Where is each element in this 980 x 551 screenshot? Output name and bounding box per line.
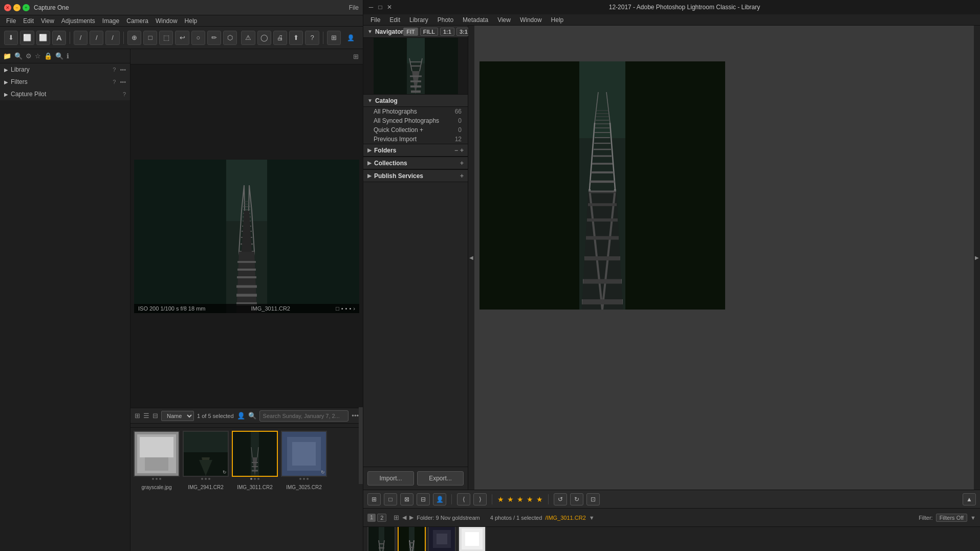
co-thumb-4[interactable]: ↻ IMG_3025.CR2 bbox=[281, 431, 327, 481]
lr-star4[interactable]: ★ bbox=[527, 495, 533, 503]
co-menu-adjustments[interactable]: Adjustments bbox=[58, 16, 98, 26]
lr-1to1-btn[interactable]: 1:1 bbox=[440, 28, 454, 36]
lr-filmstrip-thumb2[interactable] bbox=[398, 527, 426, 551]
co-filters-dots[interactable]: ••• bbox=[120, 79, 126, 85]
lr-star1[interactable]: ★ bbox=[497, 495, 504, 503]
co-circle2-btn[interactable]: ◯ bbox=[257, 31, 271, 45]
co-filmstrip-grid-icon[interactable]: ⊞ bbox=[135, 412, 140, 420]
lr-filename-link[interactable]: /IMG_3011.CR2 bbox=[545, 515, 585, 521]
co-filters-q[interactable]: ? bbox=[113, 79, 116, 85]
co-pen2-btn[interactable]: / bbox=[105, 31, 119, 45]
lr-filmstrip-thumb3[interactable] bbox=[428, 527, 456, 551]
co-min-btn[interactable]: − bbox=[13, 4, 20, 11]
co-thumb-3[interactable]: IMG_3011.CR2 bbox=[232, 431, 278, 481]
co-sort-select[interactable]: Name bbox=[161, 411, 194, 421]
co-sidebar-filters[interactable]: ▶ Filters ? ••• bbox=[0, 76, 130, 88]
lr-next-btn[interactable]: ⟩ bbox=[473, 493, 487, 505]
co-library-dots[interactable]: ••• bbox=[120, 67, 126, 73]
lr-compare-view-btn[interactable]: ⊠ bbox=[400, 493, 413, 505]
co-circle-btn[interactable]: ○ bbox=[191, 31, 205, 45]
lr-menu-library[interactable]: Library bbox=[405, 15, 432, 25]
co-sidebar-capturepilot[interactable]: ▶ Capture Pilot ? bbox=[0, 88, 130, 100]
lr-next-folder-btn[interactable]: ▶ bbox=[409, 514, 413, 521]
co-pen-btn[interactable]: / bbox=[90, 31, 103, 45]
co-select3-btn[interactable]: ⬚ bbox=[159, 31, 173, 45]
lr-grid-view-btn[interactable]: ⊞ bbox=[367, 493, 381, 505]
lr-publish-header[interactable]: ▶ Publish Services + bbox=[363, 170, 468, 182]
lr-grid-icon[interactable]: ⊞ bbox=[394, 514, 399, 521]
co-import-btn[interactable]: ⬇ bbox=[4, 31, 18, 45]
co-thumb-1[interactable]: grayscale.jpg bbox=[134, 431, 180, 481]
lr-survey-view-btn[interactable]: ⊟ bbox=[417, 493, 430, 505]
co-heal-btn[interactable]: ✏ bbox=[207, 31, 221, 45]
co-sidebar-library[interactable]: ▶ Library ? ••• bbox=[0, 63, 130, 76]
co-select2-btn[interactable]: □ bbox=[143, 31, 157, 45]
lr-menu-metadata[interactable]: Metadata bbox=[459, 15, 492, 25]
lr-star2[interactable]: ★ bbox=[507, 495, 514, 503]
co-sidebar-star-icon[interactable]: ☆ bbox=[35, 52, 41, 60]
lr-catalog-previmport[interactable]: Previous Import 12 bbox=[363, 135, 468, 144]
co-sidebar-search-icon[interactable]: 🔍 bbox=[14, 52, 23, 60]
co-grid-view-btn[interactable]: ⊞ bbox=[353, 53, 359, 60]
co-sidebar-search2-icon[interactable]: 🔍 bbox=[55, 52, 63, 60]
co-brush-btn[interactable]: / bbox=[74, 31, 88, 45]
co-menu-file[interactable]: File bbox=[3, 16, 19, 26]
lr-rotate-left-btn[interactable]: ↺ bbox=[554, 493, 567, 505]
lr-menu-edit[interactable]: Edit bbox=[385, 15, 404, 25]
co-vert-scroll[interactable] bbox=[359, 407, 363, 484]
co-menu-window[interactable]: Window bbox=[153, 16, 181, 26]
lr-filename-dropdown[interactable]: ▼ bbox=[589, 515, 595, 521]
lr-max-btn[interactable]: □ bbox=[377, 4, 384, 11]
co-scroll-bar[interactable] bbox=[130, 424, 363, 428]
lr-crop-btn[interactable]: ⊡ bbox=[586, 493, 600, 505]
co-menu-help[interactable]: Help bbox=[182, 16, 201, 26]
lr-folders-header[interactable]: ▶ Folders − + bbox=[363, 144, 468, 157]
co-capture2-btn[interactable]: ⬜ bbox=[36, 31, 50, 45]
co-clone-btn[interactable]: ⬡ bbox=[223, 31, 237, 45]
lr-filmstrip-thumb4[interactable] bbox=[458, 527, 486, 551]
co-thumb-3-img[interactable] bbox=[232, 431, 278, 477]
lr-filmstrip-thumb1[interactable] bbox=[367, 527, 396, 551]
co-text-btn[interactable]: A bbox=[52, 31, 66, 45]
co-rotate-btn[interactable]: ↩ bbox=[175, 31, 189, 45]
lr-publish-plus[interactable]: + bbox=[460, 172, 464, 180]
co-warn-btn[interactable]: ⚠ bbox=[241, 31, 255, 45]
co-thumb-1-img[interactable] bbox=[134, 431, 180, 477]
co-capturepilot-q[interactable]: ? bbox=[123, 91, 126, 97]
lr-import-btn[interactable]: Import... bbox=[367, 471, 414, 486]
co-capture-btn[interactable]: ⬜ bbox=[20, 31, 34, 45]
lr-catalog-allphotos[interactable]: All Photographs 66 bbox=[363, 107, 468, 116]
lr-folders-minus[interactable]: − bbox=[454, 147, 458, 154]
co-menu-view[interactable]: View bbox=[38, 16, 57, 26]
lr-right-collapse-btn[interactable]: ▶ bbox=[974, 26, 980, 490]
co-thumb-2[interactable]: ↻ IMG_2941.CR2 bbox=[183, 431, 229, 481]
co-sidebar-folder-icon[interactable]: 📁 bbox=[3, 52, 11, 60]
co-filmstrip-cols-icon[interactable]: ⊟ bbox=[153, 412, 158, 420]
lr-page1-btn[interactable]: 1 bbox=[367, 514, 376, 522]
lr-filter-dropdown[interactable]: ▼ bbox=[970, 515, 976, 521]
lr-page2-btn[interactable]: 2 bbox=[377, 514, 386, 522]
lr-fill-btn[interactable]: FILL bbox=[420, 28, 438, 36]
lr-collections-plus[interactable]: + bbox=[460, 160, 464, 167]
lr-star3[interactable]: ★ bbox=[517, 495, 524, 503]
lr-menu-window[interactable]: Window bbox=[516, 15, 546, 25]
co-sidebar-info-icon[interactable]: ℹ bbox=[67, 52, 69, 60]
lr-folders-plus[interactable]: + bbox=[460, 147, 464, 154]
lr-filter-value[interactable]: Filters Off bbox=[936, 514, 967, 522]
co-help-btn[interactable]: ? bbox=[305, 31, 319, 45]
lr-prev-btn[interactable]: ⟨ bbox=[457, 493, 470, 505]
co-library-q[interactable]: ? bbox=[113, 67, 116, 73]
co-filmstrip-list-icon[interactable]: ☰ bbox=[143, 412, 149, 420]
lr-left-collapse-btn[interactable]: ◀ bbox=[468, 26, 474, 490]
lr-menu-view[interactable]: View bbox=[493, 15, 515, 25]
co-sidebar-settings-icon[interactable]: ⚙ bbox=[26, 52, 32, 60]
co-view-grid-btn[interactable]: ⊞ bbox=[327, 31, 341, 45]
co-select-btn[interactable]: ⊕ bbox=[127, 31, 141, 45]
lr-filmstrip-toggle[interactable]: ▲ bbox=[963, 493, 976, 505]
co-sidebar-lock-icon[interactable]: 🔒 bbox=[44, 52, 52, 60]
lr-fit-btn[interactable]: FIT bbox=[403, 28, 418, 36]
lr-menu-photo[interactable]: Photo bbox=[433, 15, 458, 25]
co-thumb-4-img[interactable]: ↻ bbox=[281, 431, 327, 477]
lr-menu-file[interactable]: File bbox=[366, 15, 384, 25]
lr-catalog-quickcollection[interactable]: Quick Collection + 0 bbox=[363, 125, 468, 135]
